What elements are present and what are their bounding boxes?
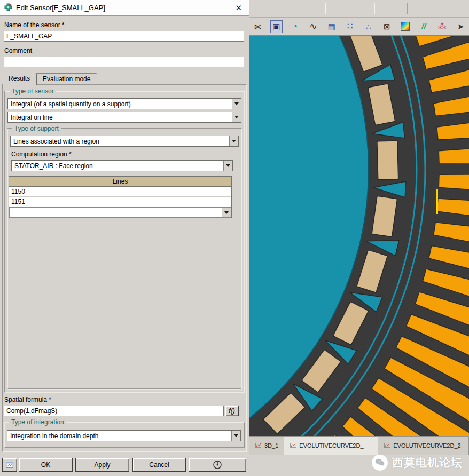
edit-sensor-dialog: Edit Sensor[F_SMALL_GAP] ✕ Name of the s… [0,0,249,476]
formula-editor-button[interactable]: f() [225,406,239,416]
spray-icon[interactable]: ⁂ [436,20,449,33]
workspace: ⋉ ▣ ◔ ∿ ▦ ∷ ∴ ⊠ // ⁂ ➤ [249,0,469,476]
apply-button[interactable]: Apply [75,458,129,472]
matrix-icon[interactable]: ⊠ [381,20,394,33]
dialog-title: Edit Sensor[F_SMALL_GAP] [16,4,105,12]
computation-region-select[interactable]: STATOR_AIR : Face region [11,160,233,171]
view-2d-icon[interactable]: ▣ [270,20,283,33]
lines-table-header: Lines [9,177,231,187]
view-tab-evolutivecurve2d-2[interactable]: EVOLUTIVECURVE2D_2 [378,437,469,455]
wechat-logo-icon [372,455,388,471]
chevron-down-icon [232,99,241,109]
clip-icon[interactable]: ⋉ [252,20,264,33]
sensor-type-select[interactable]: Integral (of a spatial quantity on a sup… [7,98,241,109]
type-of-integration-group-label: Type of integration [9,418,66,426]
hatch-icon[interactable]: // [418,20,431,33]
curve-icon[interactable]: ∿ [307,20,320,33]
spatial-formula-input[interactable] [4,406,224,416]
computation-region-label: Computation region * [11,150,72,158]
watermark-text: 西莫电机论坛 [392,455,463,470]
table-row[interactable]: 1150 [9,187,231,197]
dialog-titlebar[interactable]: Edit Sensor[F_SMALL_GAP] ✕ [0,0,249,16]
type-of-sensor-group-label: Type of sensor [10,88,56,95]
application-window: Edit Sensor[F_SMALL_GAP] ✕ Name of the s… [0,0,469,476]
sensor-icon [4,3,12,13]
motor-cross-section [249,36,469,436]
close-icon[interactable]: ✕ [232,4,245,12]
support-type-select[interactable]: Lines associated with a region [10,136,239,147]
viz-toolbar: ⋉ ▣ ◔ ∿ ▦ ∷ ∴ ⊠ // ⁂ ➤ [249,18,469,36]
cursor-icon[interactable]: ➤ [455,20,467,33]
comment-input[interactable] [4,57,244,67]
watermark: 西莫电机论坛 [372,455,463,471]
integration-type-select[interactable]: Integration in the domain depth [7,430,241,441]
curve2d-tab-icon [290,442,296,449]
comment-label: Comment [4,47,32,54]
table-row[interactable]: 1151 [9,197,231,207]
motor-view[interactable] [249,36,469,436]
name-input[interactable] [4,31,244,42]
chevron-down-icon [223,161,232,171]
grid-icon[interactable]: ▦ [325,20,338,33]
integral-type-select[interactable]: Integral on line [7,112,241,123]
lines-table: Lines 1150 1151 [9,176,232,218]
clock-button[interactable] [189,458,246,472]
chevron-down-icon [229,136,238,146]
lines-new-entry-combo[interactable] [9,207,231,218]
shaded-plot-icon[interactable] [399,20,412,33]
ok-button[interactable]: OK [19,458,73,472]
window-chrome [249,0,469,18]
chevron-down-icon [222,208,231,217]
name-label: Name of the sensor * [4,21,65,29]
dialog-chart-button[interactable] [2,458,17,472]
type-of-support-group-label: Type of support [12,125,61,132]
tab-results[interactable]: Results [3,73,37,85]
curve2d-tab-icon [384,442,390,449]
scatter-icon[interactable]: ∷ [344,20,357,33]
curve2d-tab-icon [255,442,262,449]
clock-icon [213,460,222,470]
view-tab-evolutivecurve2d[interactable]: EVOLUTIVECURVE2D_ [284,437,378,455]
chevron-down-icon [231,431,240,441]
dots-icon[interactable]: ∴ [362,20,375,33]
view-tab-3d[interactable]: 3D_1 [249,437,284,455]
tab-evaluation-mode[interactable]: Evaluation mode [37,73,97,84]
sensor-line-highlight [436,189,438,214]
chevron-down-icon [232,112,241,122]
view-tabs: 3D_1 EVOLUTIVECURVE2D_ EVOLUTIVECURVE2D_… [249,436,469,455]
cancel-button[interactable]: Cancel [132,458,186,472]
probe-icon[interactable]: ◔ [288,20,301,33]
chart-icon [6,461,13,469]
spatial-formula-label: Spatial formula * [4,396,51,403]
dialog-tabs: Results Evaluation mode [3,73,97,84]
